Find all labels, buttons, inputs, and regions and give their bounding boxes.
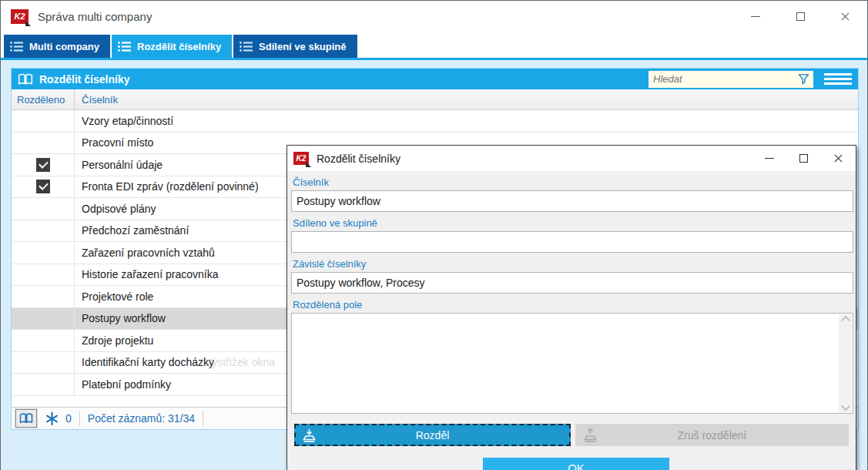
- ok-rest: K: [577, 462, 585, 470]
- rozdeleno-cell: [12, 242, 75, 264]
- book-icon: [19, 413, 33, 424]
- rozdelena-pole-textarea[interactable]: [291, 313, 853, 414]
- rozdeleno-cell: [12, 198, 75, 220]
- titlebar: K2 Správa multi company: [1, 1, 867, 32]
- search-box: [648, 71, 813, 88]
- list-icon: [240, 42, 253, 52]
- dialog-button-row: Rozděl Zruš rozdělení: [291, 424, 852, 446]
- zavisle-field[interactable]: [291, 272, 853, 294]
- merge-up-icon: [584, 428, 597, 442]
- rozdeleno-cell: [12, 133, 75, 154]
- checkbox-icon: [36, 180, 50, 193]
- minimize-button[interactable]: [733, 1, 778, 32]
- zrus-rozdeleni-button: Zruš rozdělení: [575, 424, 849, 446]
- list-icon: [118, 42, 131, 52]
- memo-scrollbar[interactable]: [839, 314, 852, 412]
- k2-logo-icon: K2: [11, 9, 28, 24]
- book-icon: [18, 73, 33, 86]
- rozdeleno-cell: [12, 110, 75, 132]
- checkbox-icon: [36, 158, 50, 172]
- rozdeleno-cell: [12, 330, 75, 351]
- ciselnik-label: Číselník: [293, 176, 852, 188]
- record-count: Počet záznamů: 31/34: [88, 412, 195, 425]
- panel-header: Rozdělit číselníky: [12, 69, 858, 89]
- dialog-titlebar: K2 Rozdělit číselníky: [287, 146, 856, 171]
- tab-bar: Multi company Rozdělit číselníky Sdílení…: [1, 32, 867, 58]
- ciselnik-cell: Vzory etap/činností: [75, 110, 858, 132]
- content-area: Rozdělit číselníky Rozděleno Číselník: [1, 60, 867, 470]
- dialog-maximize-button[interactable]: [786, 146, 821, 171]
- ok-mnemonic: O: [568, 462, 577, 470]
- maximize-icon: [796, 12, 805, 21]
- rozdeleno-cell: [12, 220, 75, 242]
- dialog-controls: [752, 146, 856, 171]
- ciselnik-field[interactable]: [291, 190, 853, 212]
- status-separator: [203, 411, 203, 426]
- rozdeleno-cell: [12, 264, 75, 286]
- hamburger-icon: [824, 82, 852, 85]
- rozdelit-ciselniky-dialog: K2 Rozdělit číselníky Číselník Sdíleno v…: [287, 145, 856, 470]
- rozdel-button[interactable]: Rozděl: [294, 424, 571, 446]
- column-header-ciselnik[interactable]: Číselník: [75, 89, 858, 109]
- status-counter: 0: [65, 412, 72, 425]
- tab-multi-company[interactable]: Multi company: [4, 35, 110, 58]
- zrus-label: Zruš rozdělení: [678, 429, 746, 441]
- maximize-icon: [799, 154, 808, 163]
- merge-down-icon: [303, 428, 316, 442]
- app-window: K2 Správa multi company Multi company Ro…: [0, 0, 868, 470]
- hamburger-icon: [824, 78, 852, 80]
- window-controls: [733, 1, 867, 32]
- status-separator: [79, 411, 80, 426]
- rozdeleno-cell: [12, 374, 75, 395]
- tab-rozdelit-ciselniky[interactable]: Rozdělit číselníky: [112, 35, 232, 58]
- minimize-icon: [765, 158, 774, 159]
- tab-label: Multi company: [29, 41, 99, 52]
- rozdeleno-cell: [12, 352, 75, 374]
- close-icon: [833, 153, 843, 163]
- close-button[interactable]: [823, 1, 867, 32]
- filter-icon[interactable]: [798, 73, 809, 85]
- rozdeleno-cell: [12, 286, 75, 307]
- column-header-rozdeleno[interactable]: Rozděleno: [12, 89, 75, 109]
- dialog-ok-button[interactable]: OK: [483, 458, 669, 470]
- table-header: Rozděleno Číselník: [12, 89, 858, 110]
- dialog-title: Rozdělit číselníky: [317, 153, 400, 165]
- rozdel-label: Rozděl: [416, 429, 450, 441]
- k2-logo-icon: K2: [293, 152, 309, 165]
- rozdeleno-cell: [12, 176, 75, 198]
- dialog-minimize-button[interactable]: [752, 146, 786, 171]
- tab-label: Sdílení ve skupině: [259, 41, 346, 52]
- tab-label: Rozdělit číselníky: [137, 41, 221, 52]
- sdileno-label: Sdíleno ve skupině: [293, 217, 852, 229]
- rozdelena-label: Rozdělená pole: [293, 299, 852, 311]
- rozdeleno-cell: [12, 308, 75, 330]
- zavisle-label: Závislé číselníky: [293, 258, 852, 270]
- menu-button[interactable]: [824, 71, 852, 88]
- asterisk-icon[interactable]: [45, 411, 59, 426]
- list-icon: [10, 42, 23, 52]
- minimize-icon: [751, 16, 760, 17]
- maximize-button[interactable]: [778, 1, 823, 32]
- hamburger-icon: [824, 73, 852, 76]
- rozdeleno-cell: [12, 154, 75, 176]
- search-input[interactable]: [648, 71, 813, 88]
- dialog-body: Číselník Sdíleno ve skupině Závislé číse…: [287, 176, 856, 446]
- window-title: Správa multi company: [38, 10, 152, 23]
- panel-title: Rozdělit číselníky: [39, 73, 129, 86]
- table-row[interactable]: Vzory etap/činností: [12, 110, 858, 133]
- dialog-close-button[interactable]: [821, 146, 856, 171]
- sdileno-field[interactable]: [291, 231, 853, 253]
- scroll-up-icon[interactable]: [841, 316, 850, 324]
- scroll-down-icon[interactable]: [841, 401, 850, 410]
- close-icon: [840, 12, 850, 22]
- tab-sdileni-ve-skupine[interactable]: Sdílení ve skupině: [233, 35, 357, 58]
- book-view-button[interactable]: [15, 409, 37, 428]
